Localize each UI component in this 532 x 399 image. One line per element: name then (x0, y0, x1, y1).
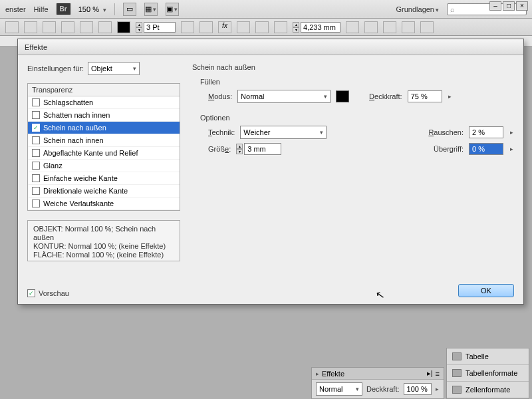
uebergriff-input[interactable]: 0 % (469, 143, 503, 155)
effect-item-glanz[interactable]: Glanz (28, 160, 180, 172)
rauschen-label: Rauschen: (428, 128, 464, 136)
bridge-button[interactable]: Br (57, 3, 70, 15)
tool-icon[interactable] (61, 21, 74, 33)
effect-item-direktionale-kante[interactable]: Direktionale weiche Kante (28, 185, 180, 198)
checkbox[interactable] (32, 174, 40, 182)
tool-icon[interactable] (5, 21, 19, 33)
panel-tabelle[interactable]: Tabelle (447, 348, 529, 365)
checkbox[interactable] (32, 200, 40, 207)
cell-formats-icon (452, 386, 462, 394)
options-group-label: Optionen (200, 114, 514, 122)
effects-list: Transparenz Schlagschatten Schatten nach… (27, 83, 180, 211)
table-formats-icon (452, 369, 462, 377)
right-section-title: Schein nach außen (192, 63, 514, 71)
effects-summary: OBJEKT: Normal 100 %; Schein nach außen … (27, 220, 180, 261)
tool-icon[interactable] (364, 21, 378, 33)
stroke-weight[interactable]: ▴▾ 3 Pt (136, 22, 176, 33)
menu-hilfe[interactable]: Hilfe (34, 5, 49, 13)
panel-menu-icon[interactable]: ≡ (436, 370, 440, 378)
deckkraft-label: Deckkraft: (369, 92, 402, 100)
modus-dropdown[interactable]: Normal (237, 90, 331, 103)
effects-list-header[interactable]: Transparenz (28, 84, 180, 96)
panel-deckkraft-input[interactable]: 100 % (404, 383, 432, 395)
modus-label: Modus: (208, 92, 232, 100)
checkbox[interactable] (32, 98, 40, 106)
settings-for-dropdown[interactable]: Objekt (88, 62, 140, 75)
fill-swatch[interactable] (117, 21, 130, 33)
tool-icon[interactable] (255, 21, 269, 33)
groesse-spinner[interactable]: ▴▾ 3 mm (236, 143, 281, 155)
minimize-button[interactable]: – (489, 1, 501, 11)
groesse-label: Größe: (208, 145, 231, 153)
effects-panel-header[interactable]: Effekte▸|≡ (312, 368, 444, 380)
checkbox[interactable] (32, 187, 40, 195)
ok-button[interactable]: OK (458, 284, 514, 297)
workspace-dropdown[interactable]: Grundlagen (396, 5, 440, 13)
checkbox[interactable] (32, 149, 40, 157)
checkbox[interactable] (32, 162, 40, 170)
measurement-value[interactable]: 4,233 mm (301, 22, 340, 33)
effects-panel: Effekte▸|≡ Normal Deckkraft: 100 % ▸ (311, 367, 444, 399)
view-mode-icon[interactable]: ▭ (123, 3, 136, 16)
screen-mode-icon[interactable]: ▣ (166, 3, 179, 16)
panel-deckkraft-arrow[interactable]: ▸ (436, 386, 440, 392)
effect-item-schlagschatten[interactable]: Schlagschatten (28, 96, 180, 109)
panel-zellenformate[interactable]: Zellenformate (447, 382, 529, 398)
panel-mode-dropdown[interactable]: Normal (316, 382, 362, 396)
settings-for-label: Einstellungen für: (27, 65, 84, 72)
rauschen-arrow[interactable]: ▸ (509, 129, 514, 136)
deckkraft-input[interactable]: 75 % (408, 90, 442, 102)
uebergriff-arrow[interactable]: ▸ (509, 146, 514, 152)
panel-tabellenformate[interactable]: Tabellenformate (447, 365, 529, 382)
checkbox[interactable] (32, 111, 40, 119)
preview-checkbox[interactable]: ✓ (27, 289, 35, 297)
tool-icon[interactable] (24, 21, 37, 33)
maximize-button[interactable]: □ (503, 1, 515, 11)
tool-icon[interactable] (43, 21, 56, 33)
panel-deckkraft-label: Deckkraft: (366, 385, 400, 393)
fill-group-label: Füllen (200, 78, 514, 86)
rauschen-input[interactable]: 2 % (469, 126, 503, 138)
color-swatch[interactable] (336, 90, 349, 102)
control-toolbar: ▴▾ 3 Pt fx ▴▾ 4,233 mm (0, 19, 532, 36)
preview-label: Vorschau (39, 289, 69, 297)
effect-item-schatten-innen[interactable]: Schatten nach innen (28, 109, 180, 122)
tool-icon[interactable] (383, 21, 396, 33)
zoom-value: 150 % (78, 5, 99, 13)
measurement-input[interactable]: ▴▾ 4,233 mm (293, 22, 340, 33)
tool-icon[interactable] (274, 21, 287, 33)
tool-icon[interactable] (80, 21, 93, 33)
zoom-dropdown[interactable]: 150 % (78, 5, 106, 13)
effect-item-schein-aussen[interactable]: ✓Schein nach außen (28, 122, 180, 134)
effect-item-einfache-kante[interactable]: Einfache weiche Kante (28, 172, 180, 185)
effects-dialog: Effekte Einstellungen für: Objekt Transp… (17, 39, 524, 305)
tool-icon[interactable] (402, 21, 415, 33)
search-icon: ⌕ (450, 5, 455, 13)
effect-item-verlaufskante[interactable]: Weiche Verlaufskante (28, 198, 180, 210)
arrange-icon[interactable]: ▦ (144, 3, 158, 16)
panel-stack: Tabelle Tabellenformate Zellenformate (446, 348, 529, 399)
close-button[interactable]: × (516, 1, 528, 11)
uebergriff-label: Übergriff: (434, 145, 464, 153)
effect-item-abgeflachte-kante[interactable]: Abgeflachte Kante und Relief (28, 147, 180, 160)
stroke-weight-value[interactable]: 3 Pt (144, 22, 176, 33)
checkbox[interactable]: ✓ (32, 124, 40, 132)
tool-icon[interactable] (237, 21, 250, 33)
panel-collapse-icon[interactable]: ▸| (427, 369, 433, 378)
tool-icon[interactable] (98, 21, 112, 33)
technik-label: Technik: (208, 128, 235, 136)
groesse-input[interactable]: 3 mm (244, 143, 281, 155)
menu-fenster[interactable]: enster (5, 5, 26, 13)
tool-icon[interactable] (346, 21, 359, 33)
fx-icon[interactable]: fx (218, 21, 231, 33)
dialog-title: Effekte (18, 39, 523, 55)
tool-icon[interactable] (420, 21, 434, 33)
effect-item-schein-innen[interactable]: Schein nach innen (28, 134, 180, 147)
tool-icon[interactable] (181, 21, 194, 33)
checkbox[interactable] (32, 136, 40, 144)
deckkraft-arrow[interactable]: ▸ (448, 93, 453, 100)
technik-dropdown[interactable]: Weicher (240, 126, 327, 139)
menubar: enster Hilfe Br 150 % ▭ ▦ ▣ Grundlagen ⌕… (0, 0, 532, 19)
tool-icon[interactable] (200, 21, 213, 33)
table-icon (452, 352, 462, 360)
